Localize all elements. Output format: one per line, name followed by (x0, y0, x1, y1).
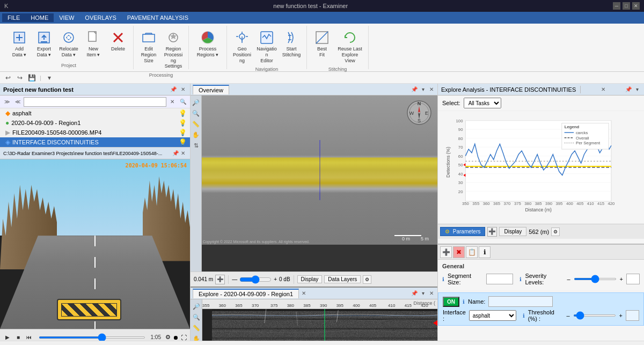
best-fit-button[interactable]: BestFit (310, 28, 334, 60)
ov-settings-button[interactable]: ⚙ (363, 275, 371, 284)
svg-text:420: 420 (608, 201, 614, 206)
overview-zoom-out[interactable]: 🔍 (191, 108, 201, 118)
props-delete-button[interactable]: ✖ (453, 246, 465, 258)
analysis-add-button[interactable]: ➕ (487, 227, 497, 237)
camera-settings-icon[interactable]: ⚙ (165, 334, 171, 341)
export-data-button[interactable]: ExportData ▾ (32, 28, 56, 60)
ov-data-layers-button[interactable]: Data Layers (324, 275, 361, 283)
new-item-button[interactable]: NewItem ▾ (82, 28, 105, 60)
undo-button[interactable]: ↩ (3, 73, 13, 83)
segment-info-icon[interactable]: ℹ (442, 276, 444, 282)
menu-overlays[interactable]: OVERLAYS (79, 13, 122, 22)
camera-record-icon[interactable]: ⏺ (173, 334, 179, 341)
project-search-input[interactable] (24, 97, 166, 107)
region-processing-button[interactable]: Region ProcessingSettings (162, 28, 185, 71)
add-data-button[interactable]: AddData ▾ (8, 28, 31, 60)
menu-home[interactable]: HOME (25, 13, 54, 22)
analysis-menu[interactable]: ▾ (633, 86, 641, 93)
depth-marker-1[interactable] (433, 320, 437, 326)
file-badge: 💡 (179, 129, 187, 136)
expand-button[interactable]: ≫ (2, 97, 12, 107)
minimize-button[interactable]: ─ (613, 2, 620, 10)
overview-close[interactable]: ✕ (428, 86, 435, 93)
overview-toolbar: 0.041 m ➕ — + 0 dB Display Data Layers ⚙ (191, 271, 437, 287)
overview-nav[interactable]: ⇅ (191, 141, 201, 150)
export-data-icon (36, 30, 52, 45)
parameters-tab[interactable]: ⚙ Parameters (440, 227, 485, 236)
edit-region-size-button[interactable]: Edit RegionSize (137, 28, 160, 65)
props-add-button[interactable]: ➕ (440, 246, 452, 258)
severity-slider[interactable] (574, 278, 617, 280)
start-stitching-button[interactable]: StartStitching (280, 28, 303, 60)
process-regions-button[interactable]: ProcessRegions ▾ (193, 28, 222, 60)
map-background: N E S W 0 m 5 m (202, 96, 437, 245)
severity-info-icon[interactable]: ℹ (519, 276, 522, 282)
camera-close-button[interactable]: ✕ (179, 150, 187, 157)
explorer-close[interactable]: ✕ (428, 290, 435, 297)
analysis-controls: 📌 ▾ (625, 86, 641, 93)
overview-menu[interactable]: ▾ (419, 86, 427, 93)
analysis-pin[interactable]: 📌 (625, 86, 632, 93)
exp-zoom-in[interactable]: 🔎 (192, 302, 201, 311)
collapse-button[interactable]: ≪ (13, 97, 23, 107)
start-stitching-label: StartStitching (282, 46, 301, 58)
tree-item-file[interactable]: ▶ FILE200409-150548-000096.MP4 💡 (0, 128, 190, 137)
analysis-display-button[interactable]: Display (499, 227, 526, 236)
relocate-data-button[interactable]: RelocateData ▾ (57, 28, 80, 60)
menu-view[interactable]: VIEW (54, 13, 79, 22)
tree-item-interface[interactable]: ◈ INTERFACE DISCONTINUITIES 💡 (0, 137, 190, 147)
props-copy-button[interactable]: 📋 (466, 246, 478, 258)
geo-positioning-button[interactable]: GeoPositioning (230, 28, 254, 65)
detection-name-input[interactable]: carcks (488, 296, 553, 307)
ov-add-button[interactable]: ➕ (215, 275, 225, 284)
more-button[interactable]: ▾ (45, 73, 54, 83)
right-panel-scrollbar[interactable] (438, 341, 644, 345)
filter-button[interactable]: 🔍 (178, 97, 188, 107)
severity-value-input[interactable]: 3 (626, 274, 640, 284)
exp-measure[interactable]: 📏 (192, 323, 201, 333)
explorer-tab-close[interactable]: ✕ (300, 290, 308, 297)
threshold-info-icon[interactable]: ℹ (523, 313, 525, 319)
redo-button[interactable]: ↪ (15, 73, 25, 83)
overview-pin[interactable]: 📌 (411, 86, 418, 93)
delete-button[interactable]: Delete (106, 28, 130, 54)
camera-expand-icon[interactable]: ⛶ (181, 334, 187, 341)
camera-scrubber[interactable] (39, 336, 145, 339)
tree-item-region1[interactable]: ● 2020-04-09-009 - Region1 💡 (0, 118, 190, 128)
close-button[interactable]: ✕ (632, 2, 640, 10)
on-toggle[interactable]: ON (443, 297, 459, 307)
explore-analysis-panel: Explore Analysis - INTERFACE DISCONTINUI… (438, 84, 644, 245)
ov-slider[interactable] (239, 275, 272, 284)
analysis-settings-button[interactable]: ⚙ (551, 227, 560, 236)
exp-zoom-out[interactable]: 🔍 (192, 312, 201, 322)
camera-pin-button[interactable]: 📌 (172, 150, 179, 157)
threshold-value-input[interactable]: 9 (626, 310, 639, 321)
svg-text:405: 405 (576, 201, 583, 206)
overview-zoom-in[interactable]: 🔎 (191, 98, 201, 107)
save-button[interactable]: 💾 (27, 73, 36, 83)
navigation-editor-button[interactable]: NavigationEditor (255, 28, 279, 65)
explorer-tab[interactable]: Explore - 2020-04-09-009 - Region1 (193, 289, 299, 298)
search-button[interactable]: ✕ (167, 97, 177, 107)
add-data-label: AddData ▾ (12, 46, 27, 58)
analysis-select[interactable]: All Tasks (464, 98, 501, 108)
reuse-last-button[interactable]: Reuse LastExplore View (335, 28, 365, 65)
props-info-button[interactable]: ℹ (479, 246, 491, 258)
segment-size-input[interactable]: 10 m (486, 274, 513, 284)
ov-display-button[interactable]: Display (297, 275, 323, 283)
overview-pan[interactable]: ✋ (191, 130, 201, 140)
explorer-pin[interactable]: 📌 (411, 290, 418, 297)
overview-tab[interactable]: Overview (193, 85, 229, 94)
analysis-close-button[interactable]: ✕ (599, 86, 607, 93)
threshold-slider[interactable] (573, 314, 616, 317)
detection-info-icon[interactable]: ℹ (463, 299, 465, 305)
menu-pavement-analysis[interactable]: PAVEMENT ANALYSIS (122, 13, 194, 22)
maximize-button[interactable]: □ (623, 2, 630, 10)
overview-measure[interactable]: 📏 (191, 119, 201, 129)
panel-close-button[interactable]: ✕ (179, 86, 187, 93)
explorer-menu[interactable]: ▾ (419, 290, 427, 297)
menu-file[interactable]: FILE (2, 13, 25, 22)
interface-select[interactable]: asphalt (469, 310, 516, 321)
tree-item-asphalt[interactable]: ◆ asphalt 💡 (0, 108, 190, 118)
panel-pin-button[interactable]: 📌 (170, 86, 177, 93)
